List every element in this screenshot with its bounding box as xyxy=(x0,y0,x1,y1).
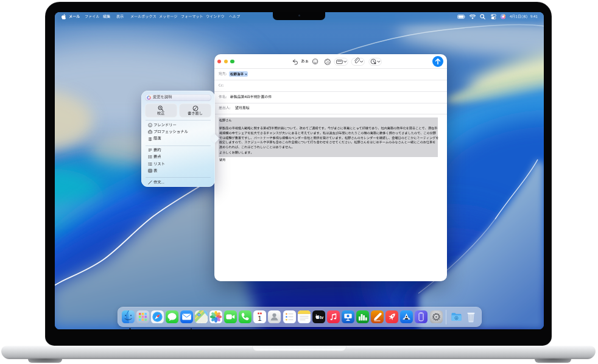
svg-text:1: 1 xyxy=(258,315,262,322)
svg-text:tv: tv xyxy=(320,315,323,320)
